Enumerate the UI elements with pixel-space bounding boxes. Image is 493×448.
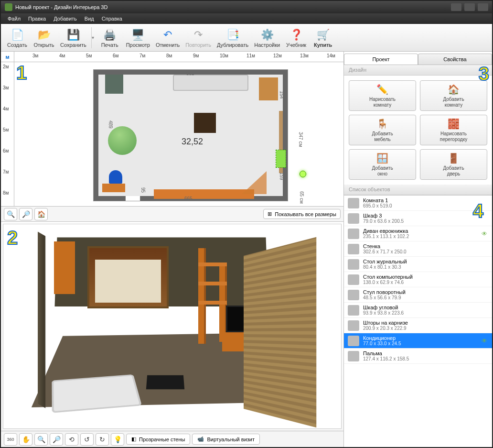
- plant-item[interactable]: [108, 126, 137, 155]
- toolbar-label: Создать: [7, 42, 27, 48]
- scene-row[interactable]: Комната 1695.0 x 519.0: [344, 196, 492, 211]
- zoom-out-button[interactable]: 🔍: [4, 208, 17, 220]
- table-item[interactable]: [194, 113, 216, 133]
- action-label: Добавитьдверь: [443, 165, 464, 177]
- tab-project[interactable]: Проект: [344, 54, 418, 65]
- plan-toolbar: 🔍 🔎 🏠 ⊞ Показывать все размеры: [1, 206, 343, 221]
- zoom-in-3d-button[interactable]: 🔎: [50, 433, 63, 446]
- sofa-item[interactable]: [173, 75, 248, 91]
- action-label: Добавитьокно: [372, 165, 393, 177]
- scene-row[interactable]: Стенка302.6 x 71.7 x 250.0: [344, 241, 492, 257]
- canvas-3d[interactable]: 2: [3, 224, 342, 429]
- toolbar-label: Дублировать: [217, 42, 248, 48]
- toolbar-label: Сохранить: [60, 42, 86, 48]
- marker-1: 1: [16, 62, 27, 84]
- item-dims: 77.0 x 33.0 x 24.5: [363, 341, 478, 346]
- action-дверь-button[interactable]: 🚪Добавитьдверь: [420, 149, 487, 180]
- toolbar-повторить-button[interactable]: ↷Повторить: [182, 27, 214, 49]
- scene-row[interactable]: Диван еврокнижка235.1 x 113.1 x 102.2👁: [344, 226, 492, 241]
- item-thumb: [348, 213, 359, 224]
- toolbar-открыть-button[interactable]: 📂Открыть: [31, 27, 57, 49]
- menu-справка[interactable]: Справка: [98, 15, 126, 22]
- перегородку-icon: 🧱: [447, 118, 461, 130]
- rotate-360-button[interactable]: 360: [4, 433, 17, 446]
- dimension-icon: ⊞: [268, 211, 272, 217]
- visibility-icon[interactable]: 👁: [482, 230, 488, 237]
- item-thumb: [348, 274, 359, 285]
- action-комнату-button[interactable]: ✏️Нарисоватькомнату: [349, 80, 416, 111]
- action-окно-button[interactable]: 🪟Добавитьокно: [349, 149, 416, 180]
- light-button[interactable]: 💡: [111, 433, 124, 446]
- canvas-2d[interactable]: 1 32,52: [14, 62, 343, 206]
- toolbar-печать-button[interactable]: 🖨️Печать: [96, 27, 123, 49]
- toolbar-купить-button[interactable]: 🛒Купить: [310, 27, 336, 49]
- мебель-icon: 🪑: [375, 118, 390, 130]
- scene-row[interactable]: Стол журнальный80.4 x 80.1 x 30.3: [344, 257, 492, 272]
- scene-row[interactable]: Пальма127.4 x 116.2 x 158.5: [344, 349, 492, 364]
- door-item[interactable]: [125, 196, 140, 201]
- ruler-origin: м: [1, 52, 14, 62]
- selection-handle[interactable]: [300, 171, 306, 177]
- toolbar-просмотр-button[interactable]: 🖥️Просмотр: [123, 27, 153, 49]
- menu-bar: ФайлПравкаДобавитьВидСправка: [1, 13, 492, 24]
- dim-right: 347 см: [298, 132, 303, 147]
- zoom-out-3d-button[interactable]: 🔍: [34, 433, 48, 446]
- menu-добавить[interactable]: Добавить: [50, 15, 81, 22]
- transparent-walls-button[interactable]: ◧ Прозрачные стены: [126, 434, 190, 445]
- item-dims: 695.0 x 519.0: [363, 203, 488, 208]
- right-panel: Проект Свойства Дизайн 3 ✏️Нарисоватьком…: [344, 52, 492, 447]
- menu-вид[interactable]: Вид: [81, 15, 98, 22]
- toolbar-создать-button[interactable]: 📄Создать: [4, 27, 31, 49]
- учебник-icon: ❓: [288, 28, 304, 42]
- close-button[interactable]: [478, 3, 488, 11]
- pan-button[interactable]: ✋: [19, 433, 32, 446]
- дверь-icon: 🚪: [447, 152, 461, 164]
- scene-list[interactable]: 4 Комната 1695.0 x 519.0Шкаф 379.0 x 63.…: [344, 195, 492, 447]
- scene-row[interactable]: Шкаф угловой93.9 x 93.8 x 223.6: [344, 303, 492, 318]
- zoom-in-button[interactable]: 🔎: [19, 208, 32, 220]
- shelf-item[interactable]: [105, 75, 123, 94]
- dim-right-side: 154: [279, 91, 284, 99]
- scene-row[interactable]: Шторы на карнизе200.9 x 20.3 x 222.9: [344, 318, 492, 333]
- selected-ac-item[interactable]: [276, 150, 286, 167]
- desk-item[interactable]: [102, 184, 125, 192]
- toolbar-label: Учебник: [286, 42, 306, 48]
- view-3d-area: 2 360: [1, 222, 343, 447]
- menu-правка[interactable]: Правка: [24, 15, 50, 22]
- minimize-button[interactable]: [451, 3, 461, 11]
- scene-row[interactable]: Стул поворотный48.5 x 56.6 x 79.9: [344, 287, 492, 303]
- wardrobe-3d: [54, 241, 75, 294]
- show-dimensions-button[interactable]: ⊞ Показывать все размеры: [263, 209, 341, 219]
- sofa-bottom-item[interactable]: [154, 189, 254, 199]
- rotate-right-button[interactable]: ↻: [96, 433, 109, 446]
- reset-view-button[interactable]: ⟲: [65, 433, 78, 446]
- dim-bottom: 665: [184, 196, 193, 201]
- action-перегородку-button[interactable]: 🧱Нарисоватьперегородку: [420, 115, 487, 145]
- ruler-horizontal: м 3м4м5м6м7м8м9м10м11м12м13м14м: [1, 52, 343, 62]
- rotate-left-button[interactable]: ↺: [80, 433, 94, 446]
- toolbar-настройки-button[interactable]: ⚙️Настройки: [251, 27, 283, 49]
- scene-row[interactable]: Кондиционер77.0 x 33.0 x 24.5👁: [344, 333, 492, 349]
- action-комнату-button[interactable]: 🏠Добавитькомнату: [420, 80, 487, 111]
- item-name: Шкаф 3: [363, 213, 488, 219]
- action-мебель-button[interactable]: 🪑Добавитьмебель: [349, 115, 416, 145]
- toolbar-отменить-button[interactable]: ↶Отменить: [153, 27, 182, 49]
- item-name: Шторы на карнизе: [363, 320, 488, 326]
- room-outline[interactable]: 32,52: [94, 70, 288, 201]
- scene-row[interactable]: Шкаф 379.0 x 63.6 x 200.5: [344, 211, 492, 226]
- menu-файл[interactable]: Файл: [4, 15, 24, 22]
- повторить-icon: ↷: [190, 28, 206, 42]
- scene-row[interactable]: Стол компьютерный138.0 x 62.9 x 74.6: [344, 272, 492, 287]
- maximize-button[interactable]: [464, 3, 475, 11]
- dim-top: 582: [186, 71, 194, 76]
- chair-item[interactable]: [109, 170, 122, 184]
- home-button[interactable]: 🏠: [34, 208, 48, 220]
- отменить-icon: ↶: [160, 28, 176, 42]
- toolbar-учебник-button[interactable]: ❓Учебник: [283, 27, 310, 49]
- table-3d: [146, 375, 184, 390]
- visibility-icon[interactable]: 👁: [482, 338, 488, 344]
- virtual-visit-button[interactable]: 📹 Виртуальный визит: [192, 434, 260, 445]
- toolbar-сохранить-button[interactable]: 💾Сохранить: [57, 27, 89, 49]
- wardrobe-item[interactable]: [259, 77, 278, 100]
- toolbar-дублировать-button[interactable]: 📑Дублировать: [214, 27, 251, 49]
